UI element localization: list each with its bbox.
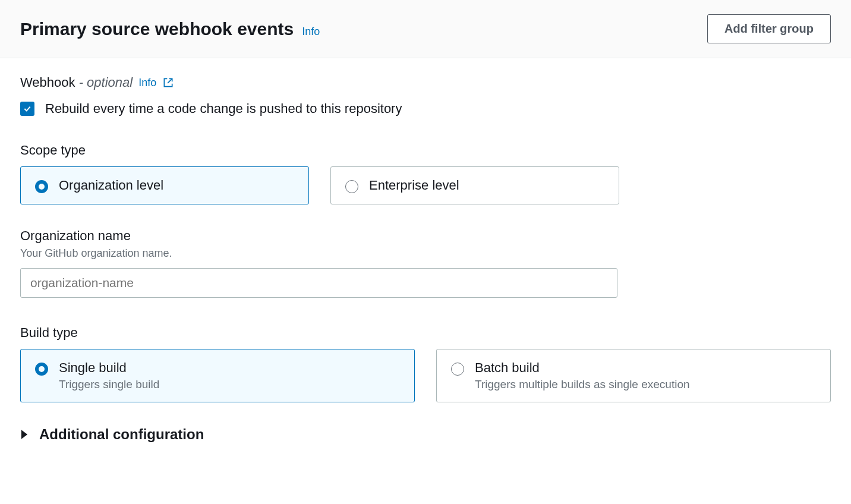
scope-type-label: Scope type xyxy=(20,143,831,158)
org-name-description: Your GitHub organization name. xyxy=(20,247,831,260)
webhook-info-link[interactable]: Info xyxy=(138,77,156,89)
radio-text: Batch build Triggers multiple builds as … xyxy=(475,360,690,391)
scope-option-organization[interactable]: Organization level xyxy=(20,166,309,204)
radio-text: Enterprise level xyxy=(369,178,459,193)
chevron-right-icon xyxy=(20,429,29,440)
scope-option-enterprise[interactable]: Enterprise level xyxy=(330,166,619,204)
org-name-label: Organization name xyxy=(20,228,831,244)
radio-icon xyxy=(35,180,48,193)
radio-icon xyxy=(345,180,358,193)
radio-text: Organization level xyxy=(59,178,163,193)
radio-title: Organization level xyxy=(59,178,163,193)
external-link-icon[interactable] xyxy=(162,77,174,89)
radio-title: Batch build xyxy=(475,360,690,376)
scope-type-options: Organization level Enterprise level xyxy=(20,166,831,204)
radio-icon xyxy=(35,363,48,376)
rebuild-checkbox[interactable] xyxy=(20,102,34,116)
panel-title: Primary source webhook events xyxy=(20,19,294,39)
panel-header: Primary source webhook events Info Add f… xyxy=(0,0,851,58)
org-name-input[interactable] xyxy=(20,268,617,298)
radio-description: Triggers multiple builds as single execu… xyxy=(475,378,690,391)
additional-configuration-toggle[interactable]: Additional configuration xyxy=(20,426,831,443)
build-type-label: Build type xyxy=(20,325,831,341)
check-icon xyxy=(23,104,32,114)
webhook-label: Webhook - optional xyxy=(20,75,133,90)
radio-description: Triggers single build xyxy=(59,378,159,391)
build-option-batch[interactable]: Batch build Triggers multiple builds as … xyxy=(436,349,831,402)
radio-icon xyxy=(451,363,464,376)
radio-title: Enterprise level xyxy=(369,178,459,193)
panel-body: Webhook - optional Info Rebuild every ti… xyxy=(0,58,851,467)
add-filter-group-button[interactable]: Add filter group xyxy=(707,14,831,43)
build-option-single[interactable]: Single build Triggers single build xyxy=(20,349,415,402)
rebuild-checkbox-label: Rebuild every time a code change is push… xyxy=(45,101,402,116)
webhook-label-row: Webhook - optional Info xyxy=(20,75,831,90)
build-type-options: Single build Triggers single build Batch… xyxy=(20,349,831,402)
radio-title: Single build xyxy=(59,360,159,376)
radio-text: Single build Triggers single build xyxy=(59,360,159,391)
additional-configuration-label: Additional configuration xyxy=(39,426,204,443)
header-info-link[interactable]: Info xyxy=(302,26,320,38)
rebuild-checkbox-row: Rebuild every time a code change is push… xyxy=(20,101,831,116)
panel-title-wrap: Primary source webhook events Info xyxy=(20,19,320,39)
